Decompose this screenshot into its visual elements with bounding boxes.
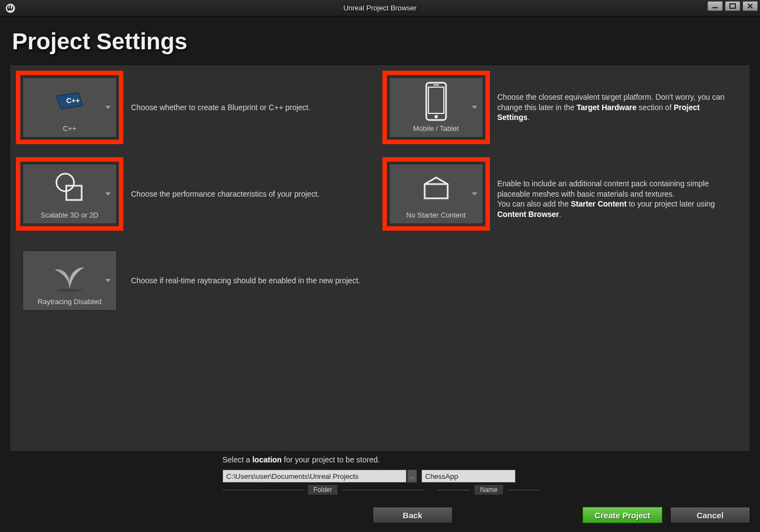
cpp-icon: C++ <box>54 78 85 124</box>
maximize-button[interactable] <box>725 1 740 11</box>
folder-field-label: Folder <box>308 485 338 495</box>
svg-point-10 <box>56 289 83 292</box>
starter-content-desc: Enable to include an additional content … <box>498 168 728 220</box>
mobile-icon <box>424 78 448 124</box>
chevron-down-icon <box>105 192 111 196</box>
create-project-button[interactable]: Create Project <box>582 507 662 523</box>
titlebar: Unreal Project Browser <box>0 0 760 16</box>
chevron-down-icon <box>105 106 111 109</box>
svg-rect-4 <box>426 83 446 120</box>
svg-rect-5 <box>428 87 444 113</box>
window-title: Unreal Project Browser <box>344 4 417 12</box>
page-title: Project Settings <box>12 28 760 55</box>
quality-label: Scalable 3D or 2D <box>41 211 99 219</box>
location-prompt: Select a location for your project to be… <box>222 455 750 464</box>
scalable-icon <box>52 164 87 211</box>
footer: Select a location for your project to be… <box>0 450 760 532</box>
chevron-down-icon <box>472 192 477 196</box>
raytracing-desc: Choose if real-time raytracing should be… <box>131 276 361 286</box>
svg-rect-7 <box>433 84 439 85</box>
starter-content-label: No Starter Content <box>406 211 465 219</box>
svg-rect-9 <box>66 186 82 200</box>
browse-button[interactable]: ... <box>407 470 417 483</box>
svg-point-8 <box>56 174 74 191</box>
svg-rect-1 <box>730 4 735 8</box>
svg-text:C++: C++ <box>66 96 80 105</box>
svg-rect-0 <box>712 7 718 8</box>
quality-desc: Choose the performance characteristics o… <box>131 189 319 199</box>
project-name-input[interactable] <box>421 470 516 483</box>
raytracing-dropdown[interactable]: Raytracing Disabled <box>22 250 117 311</box>
cancel-button[interactable]: Cancel <box>670 507 750 523</box>
folder-input[interactable] <box>222 470 407 483</box>
option-quality: Scalable 3D or 2D Choose the performance… <box>16 157 378 231</box>
name-field-label: Name <box>475 485 503 495</box>
back-button[interactable]: Back <box>373 507 453 523</box>
starter-content-dropdown[interactable]: No Starter Content <box>389 164 483 224</box>
chevron-down-icon <box>105 279 111 282</box>
minimize-button[interactable] <box>707 1 723 11</box>
platform-dropdown[interactable]: Mobile / Tablet <box>389 77 483 138</box>
close-button[interactable] <box>742 1 758 11</box>
option-starter-content: No Starter Content Enable to include an … <box>382 157 745 231</box>
project-type-dropdown[interactable]: C++ C++ <box>22 77 117 138</box>
plant-icon <box>50 251 89 298</box>
chevron-down-icon <box>472 106 477 109</box>
quality-dropdown[interactable]: Scalable 3D or 2D <box>22 164 117 224</box>
project-type-label: C++ <box>63 124 77 133</box>
window-controls <box>707 1 758 11</box>
platform-label: Mobile / Tablet <box>413 124 459 133</box>
option-raytracing: Raytracing Disabled Choose if real-time … <box>16 244 378 317</box>
box-icon <box>421 164 451 211</box>
raytracing-label: Raytracing Disabled <box>38 298 101 306</box>
platform-desc: Choose the closest equivalent target pla… <box>498 92 728 123</box>
option-project-type: C++ C++ Choose whether to create a Bluep… <box>16 71 378 144</box>
settings-panel: C++ C++ Choose whether to create a Bluep… <box>10 65 750 451</box>
svg-point-6 <box>435 115 438 118</box>
project-type-desc: Choose whether to create a Blueprint or … <box>131 102 311 113</box>
unreal-logo-icon <box>4 2 16 14</box>
option-platform: Mobile / Tablet Choose the closest equiv… <box>382 71 745 144</box>
